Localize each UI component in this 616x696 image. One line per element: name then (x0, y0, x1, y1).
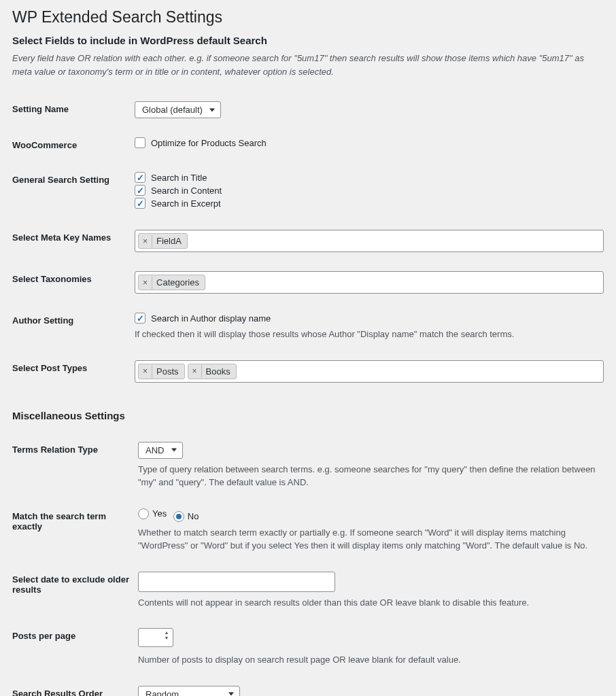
taxonomy-token: × Categories (138, 275, 205, 290)
label-author-setting: Author Setting (12, 303, 135, 351)
misc-heading: Miscellaneous Settings (12, 410, 604, 421)
exclude-date-input[interactable] (138, 572, 335, 592)
exact-yes-radio[interactable] (138, 508, 149, 519)
label-woocommerce: WooCommerce (12, 128, 135, 162)
stepper-down-icon[interactable]: ▼ (162, 636, 171, 640)
post-types-input[interactable]: × Posts × Books (135, 360, 604, 383)
label-taxonomies: Select Taxonomies (12, 262, 135, 303)
setting-name-select[interactable]: Global (default) (135, 101, 221, 118)
exact-no-label: No (188, 511, 199, 521)
meta-keys-input[interactable]: × FieldA (135, 230, 604, 252)
label-posts-per-page: Posts per page (12, 619, 138, 676)
post-type-token: × Books (188, 364, 237, 379)
posts-per-page-desc: Number of posts to display on search res… (138, 653, 604, 667)
search-content-checkbox[interactable] (135, 185, 146, 196)
taxonomies-input[interactable]: × Categories (135, 271, 604, 294)
remove-token-icon[interactable]: × (139, 365, 152, 377)
label-post-types: Select Post Types (12, 351, 135, 392)
label-terms-relation: Terms Relation Type (12, 432, 138, 499)
search-content-label: Search in Content (151, 186, 222, 196)
author-desc: If checked then it will display those re… (135, 328, 604, 341)
results-order-select[interactable]: Random (138, 686, 240, 697)
terms-relation-select[interactable]: AND (138, 442, 183, 459)
remove-token-icon[interactable]: × (139, 277, 152, 289)
section-fields-intro: Every field have OR relation with each o… (12, 52, 604, 78)
search-excerpt-label: Search in Excerpt (151, 198, 221, 209)
label-exact-match: Match the search term exactly (12, 499, 138, 562)
exclude-date-desc: Contents will not appear in search resul… (138, 596, 604, 610)
section-fields-heading: Select Fields to include in WordPress de… (12, 35, 604, 46)
label-setting-name: Setting Name (12, 92, 135, 128)
label-meta-keys: Select Meta Key Names (12, 220, 135, 262)
exact-desc: Whether to match search term exactly or … (138, 526, 604, 553)
page-title: WP Extended Search Settings (12, 8, 604, 27)
label-general-search: General Search Setting (12, 162, 135, 220)
author-option-label: Search in Author display name (151, 313, 271, 324)
stepper-up-icon[interactable]: ▲ (162, 630, 171, 635)
search-title-checkbox[interactable] (135, 172, 146, 183)
author-checkbox[interactable] (135, 313, 146, 324)
remove-token-icon[interactable]: × (188, 365, 202, 377)
posts-per-page-input[interactable]: ▲ ▼ (138, 628, 173, 647)
exact-yes-label: Yes (152, 508, 167, 519)
label-results-order: Search Results Order (12, 676, 138, 697)
post-type-token: × Posts (138, 364, 185, 379)
label-exclude-date: Select date to exclude older results (12, 562, 138, 619)
remove-token-icon[interactable]: × (139, 235, 152, 247)
woocommerce-option-label: Optimize for Products Search (151, 138, 267, 148)
search-title-label: Search in Title (151, 173, 207, 183)
exact-no-radio[interactable] (173, 511, 184, 522)
search-excerpt-checkbox[interactable] (135, 198, 146, 209)
woocommerce-checkbox[interactable] (135, 137, 146, 148)
terms-relation-desc: Type of query relation between search te… (138, 463, 604, 489)
meta-key-token: × FieldA (138, 233, 188, 249)
